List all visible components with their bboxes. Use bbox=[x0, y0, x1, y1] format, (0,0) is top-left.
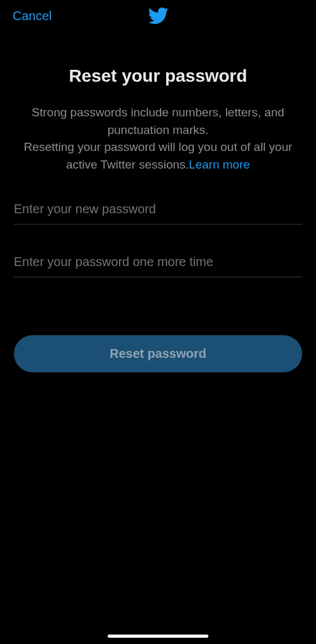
page-title: Reset your password bbox=[14, 66, 302, 86]
description-line-2: Resetting your password will log you out… bbox=[24, 140, 293, 171]
cancel-button[interactable]: Cancel bbox=[13, 9, 52, 23]
description-text: Strong passwords include numbers, letter… bbox=[14, 104, 302, 173]
new-password-input[interactable] bbox=[14, 197, 302, 225]
home-indicator bbox=[108, 635, 208, 638]
description-line-1: Strong passwords include numbers, letter… bbox=[31, 106, 284, 136]
reset-password-button[interactable]: Reset password bbox=[14, 335, 302, 372]
twitter-logo-icon bbox=[147, 5, 169, 26]
learn-more-link[interactable]: Learn more bbox=[189, 158, 250, 171]
confirm-password-input[interactable] bbox=[14, 250, 302, 277]
